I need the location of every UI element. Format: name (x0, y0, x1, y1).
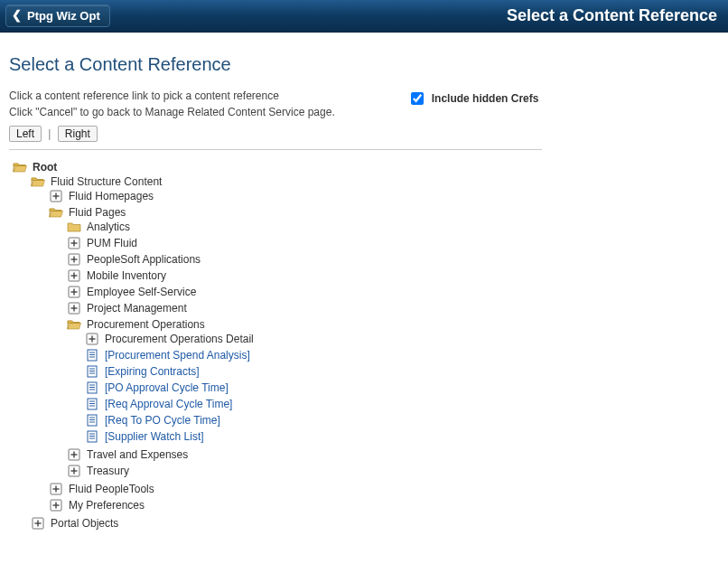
document-icon (85, 414, 99, 427)
folder-closed-icon[interactable] (67, 221, 81, 233)
tree-fluid-pages[interactable]: Fluid Pages (69, 206, 126, 219)
expand-icon[interactable] (67, 286, 81, 298)
tree-travel[interactable]: Travel and Expenses (87, 448, 188, 461)
cref-link-spend[interactable]: [Procurement Spend Analysis] (105, 349, 250, 362)
tree-my-prefs[interactable]: My Preferences (69, 499, 145, 512)
page-title: Select a Content Reference (9, 54, 719, 75)
cref-link-po-cycle[interactable]: [PO Approval Cycle Time] (105, 381, 229, 394)
document-icon (85, 381, 99, 394)
tree-fluid-structure[interactable]: Fluid Structure Content (51, 175, 162, 188)
tree-pum-fluid[interactable]: PUM Fluid (87, 237, 137, 249)
tree-ess[interactable]: Employee Self-Service (87, 286, 196, 298)
tree-fluid-homepages[interactable]: Fluid Homepages (69, 190, 154, 202)
include-hidden-crefs-label: Include hidden Crefs (432, 92, 539, 105)
document-icon (85, 398, 99, 410)
tree-proc-ops-detail[interactable]: Procurement Operations Detail (105, 333, 254, 345)
header-bar: ❮ Ptpg Wiz Opt Select a Content Referenc… (0, 0, 728, 33)
folder-open-icon[interactable] (67, 318, 81, 331)
tree-proc-ops[interactable]: Procurement Operations (87, 318, 205, 331)
tab-right[interactable]: Right (58, 126, 98, 142)
include-hidden-crefs[interactable]: Include hidden Crefs (407, 89, 539, 108)
tab-left[interactable]: Left (9, 126, 42, 142)
tree-root[interactable]: Root (33, 161, 57, 174)
expand-icon[interactable] (67, 237, 81, 249)
cref-link-supplier[interactable]: [Supplier Watch List] (105, 430, 204, 443)
include-hidden-crefs-checkbox[interactable] (411, 92, 424, 105)
expand-icon[interactable] (49, 499, 63, 512)
tree-project-mgmt[interactable]: Project Management (87, 302, 187, 315)
expand-icon[interactable] (67, 448, 81, 461)
header-title: Select a Content Reference (507, 6, 717, 25)
expand-icon[interactable] (67, 465, 81, 477)
folder-open-icon[interactable] (49, 206, 63, 219)
tree-fluid-peopletools[interactable]: Fluid PeopleTools (69, 483, 154, 495)
expand-icon[interactable] (49, 483, 63, 495)
document-icon (85, 430, 99, 443)
instruction-line-1: Click a content reference link to pick a… (9, 88, 335, 104)
expand-icon[interactable] (85, 333, 99, 345)
expand-icon[interactable] (31, 517, 45, 530)
instructions: Click a content reference link to pick a… (9, 88, 335, 120)
cref-link-expiring[interactable]: [Expiring Contracts] (105, 365, 200, 378)
back-button-label: Ptpg Wiz Opt (27, 9, 100, 23)
expand-icon[interactable] (67, 302, 81, 315)
tree-analytics[interactable]: Analytics (87, 221, 130, 233)
tab-separator: | (48, 127, 51, 140)
back-button[interactable]: ❮ Ptpg Wiz Opt (5, 5, 110, 27)
cref-link-req-po[interactable]: [Req To PO Cycle Time] (105, 414, 220, 427)
content-tree: Root Fluid Structure Content Fluid Homep… (9, 159, 719, 533)
instruction-line-2: Click "Cancel" to go back to Manage Rela… (9, 104, 335, 120)
tab-bar: Left | Right (9, 126, 542, 150)
chevron-left-icon: ❮ (12, 9, 22, 21)
expand-icon[interactable] (67, 253, 81, 266)
tree-portal-objects[interactable]: Portal Objects (51, 517, 118, 530)
document-icon (85, 365, 99, 378)
folder-open-icon[interactable] (31, 175, 45, 188)
document-icon (85, 349, 99, 362)
tree-peoplesoft-apps[interactable]: PeopleSoft Applications (87, 253, 201, 266)
tree-mobile-inventory[interactable]: Mobile Inventory (87, 269, 166, 282)
folder-open-icon[interactable] (13, 161, 27, 174)
expand-icon[interactable] (49, 190, 63, 202)
tree-treasury[interactable]: Treasury (87, 465, 129, 477)
expand-icon[interactable] (67, 269, 81, 282)
cref-link-req-cycle[interactable]: [Req Approval Cycle Time] (105, 398, 232, 410)
